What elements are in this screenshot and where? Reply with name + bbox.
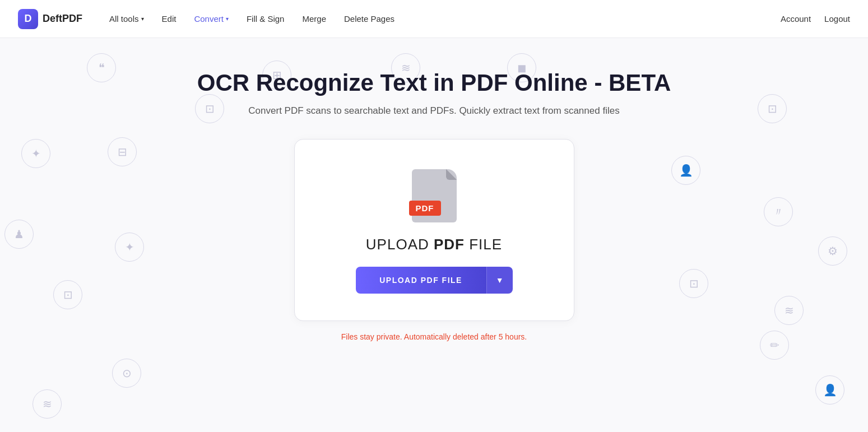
navbar: D DeftPDF All tools ▾ Edit Convert ▾ Fil… [0,0,868,38]
hero-subtitle: Convert PDF scans to searchable text and… [18,105,850,117]
logo-text: DeftPDF [43,13,82,25]
chevron-down-icon: ▼ [496,276,504,285]
pdf-badge: PDF [409,201,441,216]
bg-icon: ≋ [33,389,62,419]
pdf-icon: PDF [409,166,459,222]
nav-links: All tools ▾ Edit Convert ▾ Fill & Sign M… [109,14,781,24]
upload-pdf-button[interactable]: UPLOAD PDF FILE [356,267,486,294]
bg-icon: ⊙ [112,359,141,388]
upload-card: PDF UPLOAD PDF FILE UPLOAD PDF FILE ▼ [294,139,574,321]
nav-edit[interactable]: Edit [162,14,177,24]
nav-fill-sign[interactable]: Fill & Sign [247,14,285,24]
upload-label: UPLOAD PDF FILE [366,236,502,253]
chevron-down-icon: ▾ [226,16,229,22]
nav-merge[interactable]: Merge [302,14,326,24]
hero-section: OCR Recognize Text in PDF Online - BETA … [0,38,868,341]
chevron-down-icon: ▾ [141,16,144,22]
page-title: OCR Recognize Text in PDF Online - BETA [18,69,850,96]
privacy-note: Files stay private. Automatically delete… [18,332,850,341]
nav-convert[interactable]: Convert ▾ [194,14,229,24]
logo-icon: D [18,9,38,29]
nav-logout[interactable]: Logout [824,14,850,24]
bg-icon: 👤 [815,375,844,405]
nav-account[interactable]: Account [781,14,811,24]
upload-button-group: UPLOAD PDF FILE ▼ [356,267,513,294]
logo[interactable]: D DeftPDF [18,9,82,29]
nav-right: Account Logout [781,14,850,24]
nav-all-tools[interactable]: All tools ▾ [109,14,144,24]
nav-delete-pages[interactable]: Delete Pages [344,14,394,24]
upload-dropdown-button[interactable]: ▼ [486,267,513,294]
